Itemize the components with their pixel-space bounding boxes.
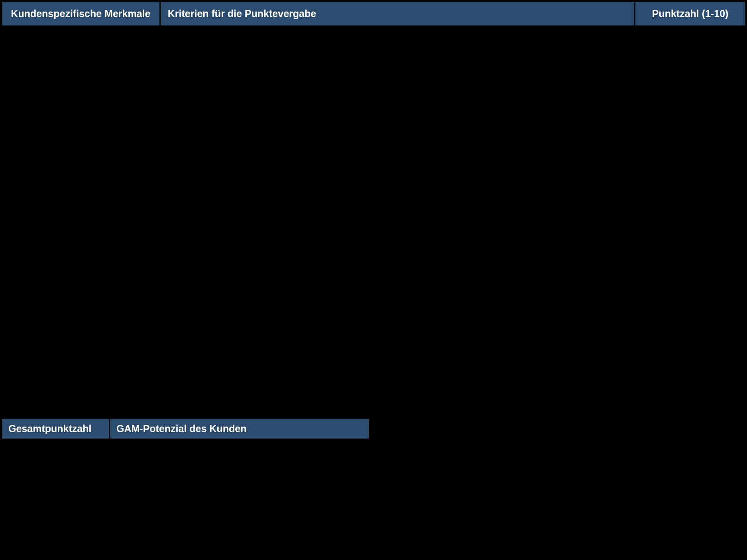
- header-score: Punktzahl (1-10): [635, 2, 745, 25]
- header-customer-attributes: Kundenspezifische Merkmale: [2, 2, 159, 25]
- scoring-table: Kundenspezifische Merkmale Kriterien für…: [1, 1, 746, 27]
- header-gam-potential: GAM-Potenzial des Kunden: [110, 419, 369, 439]
- table-body-space: [0, 27, 747, 418]
- legend-table-head: Gesamtpunktzahl GAM-Potenzial des Kunden: [2, 419, 369, 439]
- header-scoring-criteria: Kriterien für die Punktevergabe: [161, 2, 634, 25]
- scoring-table-head: Kundenspezifische Merkmale Kriterien für…: [2, 2, 745, 25]
- document-root: Kundenspezifische Merkmale Kriterien für…: [0, 1, 747, 440]
- legend-table: Gesamtpunktzahl GAM-Potenzial des Kunden: [1, 418, 370, 440]
- header-total-score: Gesamtpunktzahl: [2, 419, 109, 439]
